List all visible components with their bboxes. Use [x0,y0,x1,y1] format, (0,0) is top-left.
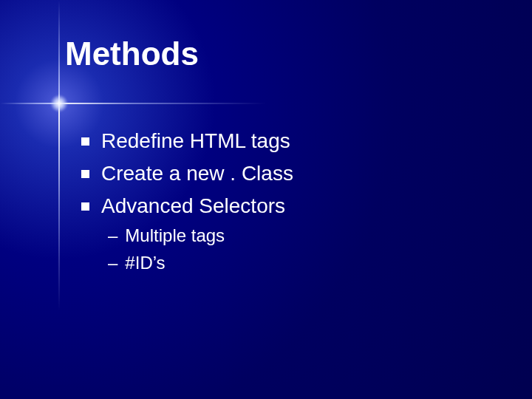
square-bullet-icon [81,170,89,178]
lens-flare-vertical [58,0,60,310]
list-item: Advanced Selectors [81,192,502,220]
sub-list-item-text: Multiple tags [125,224,225,248]
sub-list-item-text: #ID’s [125,251,165,275]
slide: Methods Redefine HTML tags Create a new … [0,0,532,399]
sub-list: – Multiple tags – #ID’s [81,224,502,275]
list-item-text: Advanced Selectors [101,192,285,220]
square-bullet-icon [81,137,89,146]
list-item-text: Create a new . Class [101,160,293,188]
slide-body: Redefine HTML tags Create a new . Class … [81,127,502,278]
square-bullet-icon [81,202,89,211]
sub-list-item: – #ID’s [108,251,502,275]
dash-bullet-icon: – [108,224,117,248]
list-item: Create a new . Class [81,160,502,188]
list-item-text: Redefine HTML tags [101,127,290,155]
lens-flare-horizontal [0,103,266,104]
dash-bullet-icon: – [108,251,117,275]
lens-flare-core [50,95,68,112]
sub-list-item: – Multiple tags [108,224,502,248]
slide-title: Methods [65,35,199,72]
list-item: Redefine HTML tags [81,127,502,155]
